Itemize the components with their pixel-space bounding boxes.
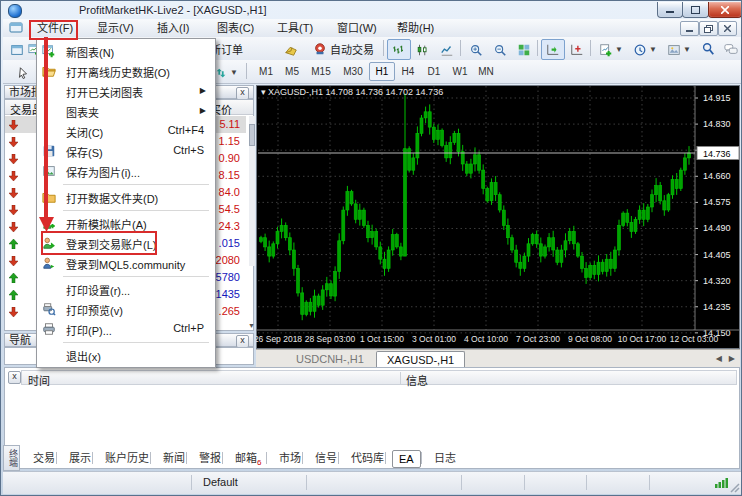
- mailbox-badge: 6: [257, 458, 261, 467]
- chat-button[interactable]: [720, 39, 742, 58]
- timeframe-w1-button[interactable]: W1: [447, 62, 473, 81]
- terminal-tab-history[interactable]: 账户历史: [99, 450, 155, 466]
- menu-item-label: 退出(x): [66, 348, 101, 364]
- child-minimize-button[interactable]: [680, 21, 699, 36]
- menu-separator: [63, 184, 209, 185]
- file-menu-item[interactable]: 图表夹▶: [38, 101, 212, 121]
- terminal-close-icon[interactable]: x: [8, 371, 21, 384]
- file-menu-item[interactable]: 打开已关闭图表▶: [38, 81, 212, 101]
- timeframe-m1-button[interactable]: M1: [253, 62, 279, 81]
- timeframe-m15-button[interactable]: M15: [305, 62, 337, 81]
- price-axis-label: 14.915: [703, 93, 731, 103]
- terminal-tab-mailbox[interactable]: 邮箱6: [229, 450, 267, 466]
- file-menu-item[interactable]: 打印(P)...Ctrl+P: [38, 319, 212, 339]
- candlestick-chart[interactable]: 26 Sep 201828 Sep 03:001 Oct 15:003 Oct …: [256, 85, 740, 349]
- dropdown-arrow-icon[interactable]: ▼: [649, 45, 657, 54]
- bid-price: 0.90: [219, 152, 240, 164]
- bid-price: 8.15: [219, 169, 240, 181]
- terminal-tab-codebase[interactable]: 代码库: [345, 450, 390, 466]
- terminal-vertical-tab[interactable]: 终端: [3, 445, 20, 471]
- chart-tab-usdcnhh1[interactable]: USDCNH-,H1: [286, 351, 374, 367]
- tab-separator: [302, 452, 303, 464]
- envelope-button[interactable]: [279, 39, 303, 60]
- dropdown-arrow-icon[interactable]: ▼: [683, 45, 691, 54]
- scroll-down-icon[interactable]: ▼: [248, 322, 255, 329]
- print-preview-icon: [42, 302, 56, 316]
- child-close-button[interactable]: [718, 21, 737, 36]
- menu-tools[interactable]: 工具(T): [271, 20, 319, 36]
- bid-price: 2080: [216, 254, 240, 266]
- file-menu-item[interactable]: 关闭(C)Ctrl+F4: [38, 121, 212, 141]
- chart-window-icon[interactable]: [9, 21, 24, 34]
- bid-price: 5780: [216, 271, 240, 283]
- terminal-tab-journal[interactable]: 日志: [428, 450, 462, 466]
- timeframe-m5-button[interactable]: M5: [279, 62, 305, 81]
- search-button[interactable]: [697, 39, 719, 58]
- file-menu-item[interactable]: 新图表(N): [38, 41, 212, 61]
- tab-separator: [92, 452, 93, 464]
- tab-scroll-left-icon[interactable]: ◀: [716, 354, 722, 363]
- menu-view[interactable]: 显示(V): [91, 20, 140, 36]
- scrollbar-thumb[interactable]: [249, 124, 255, 146]
- add-indicator-button[interactable]: ▼: [594, 39, 628, 60]
- file-menu-item[interactable]: 登录到MQL5.community: [38, 253, 212, 273]
- child-restore-button[interactable]: [699, 21, 718, 36]
- price-down-icon: [9, 154, 18, 164]
- menu-separator: [63, 210, 209, 211]
- title-bar[interactable]: ProfitMarketHK-Live2 - [XAGUSD-,H1]: [1, 1, 742, 19]
- file-menu-item[interactable]: 打开离线历史数据(O): [38, 61, 212, 81]
- timeframe-m30-button[interactable]: M30: [337, 62, 369, 81]
- menu-charts[interactable]: 图表(C): [211, 20, 260, 36]
- bid-price: 1.15: [219, 135, 240, 147]
- chart-line-button[interactable]: [435, 39, 459, 60]
- menu-window[interactable]: 窗口(W): [331, 20, 383, 36]
- timeframe-mn-button[interactable]: MN: [473, 62, 499, 81]
- autotrade-button[interactable]: 自动交易: [309, 39, 378, 58]
- zoom-in-button[interactable]: [464, 39, 488, 60]
- app-logo-icon: [8, 4, 22, 18]
- file-menu-item[interactable]: 退出(x): [38, 345, 212, 365]
- chart-bars-button[interactable]: [387, 39, 411, 60]
- status-divider: [191, 475, 192, 490]
- file-menu-item[interactable]: 开新模拟帐户(A): [38, 213, 212, 233]
- dropdown-arrow-icon[interactable]: ▼: [230, 68, 238, 77]
- periods-clock-button[interactable]: ▼: [628, 39, 662, 60]
- cursor-button[interactable]: [11, 62, 35, 83]
- column-divider[interactable]: [400, 372, 401, 385]
- file-menu-item[interactable]: 打印预览(v): [38, 299, 212, 319]
- menu-help[interactable]: 帮助(H): [391, 20, 440, 36]
- file-menu-item[interactable]: 打开数据文件夹(D): [38, 187, 212, 207]
- menu-insert[interactable]: 插入(I): [151, 20, 195, 36]
- close-button[interactable]: [708, 2, 742, 18]
- maximize-button[interactable]: [682, 2, 709, 18]
- minimize-button[interactable]: [657, 2, 683, 18]
- price-axis-label: 14.830: [703, 119, 731, 129]
- timeframe-h1-button[interactable]: H1: [369, 62, 395, 81]
- timeframe-h4-button[interactable]: H4: [395, 62, 421, 81]
- account-mql5-icon: [42, 256, 56, 270]
- dropdown-arrow-icon[interactable]: ▼: [615, 45, 623, 54]
- tab-scroll-right-icon[interactable]: ▶: [729, 354, 735, 363]
- zoom-out-button[interactable]: [488, 39, 512, 60]
- submenu-arrow-icon: ▶: [200, 86, 206, 95]
- chart-tab-xagusdh1[interactable]: XAGUSD-,H1: [376, 351, 465, 368]
- templates-button[interactable]: ▼: [662, 39, 696, 60]
- chart-shift-button[interactable]: [565, 39, 589, 60]
- resize-grip[interactable]: [728, 481, 740, 493]
- window-title: ProfitMarketHK-Live2 - [XAGUSD-,H1]: [79, 4, 267, 16]
- timeframe-d1-button[interactable]: D1: [421, 62, 447, 81]
- price-down-icon: [9, 171, 18, 181]
- file-menu-item[interactable]: 保存为图片(i)...: [38, 161, 212, 181]
- tile-windows-button[interactable]: [512, 39, 536, 60]
- auto-scroll-button[interactable]: [541, 39, 565, 60]
- chart-candles-button[interactable]: [411, 39, 435, 60]
- auto-scroll-icon: [546, 43, 560, 57]
- time-column-header: 时间: [28, 372, 50, 388]
- file-menu-item[interactable]: 保存(S)Ctrl+S: [38, 141, 212, 161]
- time-axis-label: 1 Oct 15:00: [360, 334, 404, 344]
- market-watch-scrollbar[interactable]: [249, 116, 255, 266]
- terminal-header[interactable]: 时间 信息: [21, 370, 737, 385]
- zoom-out-icon: [493, 43, 507, 57]
- file-menu-item[interactable]: 打印设置(r)...: [38, 279, 212, 299]
- terminal-tab-ea[interactable]: EA: [392, 450, 421, 468]
